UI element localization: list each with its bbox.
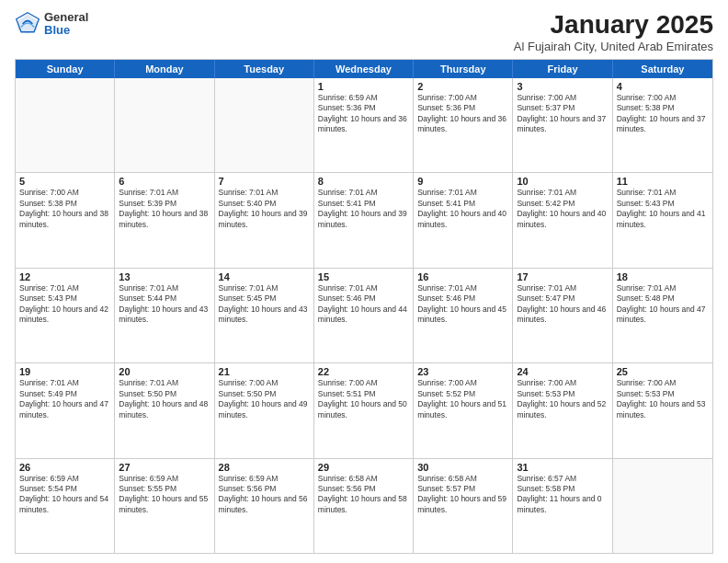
logo-blue: Blue	[44, 24, 88, 37]
day-info: Sunrise: 7:01 AM Sunset: 5:42 PM Dayligh…	[517, 188, 608, 230]
day-info: Sunrise: 7:00 AM Sunset: 5:51 PM Dayligh…	[318, 378, 409, 420]
day-info: Sunrise: 7:00 AM Sunset: 5:53 PM Dayligh…	[517, 378, 608, 420]
calendar-cell: 23Sunrise: 7:00 AM Sunset: 5:52 PM Dayli…	[414, 363, 513, 457]
day-info: Sunrise: 7:01 AM Sunset: 5:41 PM Dayligh…	[318, 188, 409, 230]
calendar-cell: 8Sunrise: 7:01 AM Sunset: 5:41 PM Daylig…	[314, 173, 414, 267]
day-info: Sunrise: 7:01 AM Sunset: 5:49 PM Dayligh…	[19, 378, 110, 420]
calendar-cell: 25Sunrise: 7:00 AM Sunset: 5:53 PM Dayli…	[613, 363, 712, 457]
calendar-cell: 29Sunrise: 6:58 AM Sunset: 5:56 PM Dayli…	[314, 459, 414, 553]
calendar-week-4: 26Sunrise: 6:59 AM Sunset: 5:54 PM Dayli…	[16, 458, 712, 553]
header-day-saturday: Saturday	[613, 60, 712, 78]
calendar-cell: 9Sunrise: 7:01 AM Sunset: 5:41 PM Daylig…	[414, 173, 513, 267]
day-number: 26	[19, 462, 110, 473]
calendar-body: 1Sunrise: 6:59 AM Sunset: 5:36 PM Daylig…	[16, 78, 712, 553]
day-info: Sunrise: 7:01 AM Sunset: 5:43 PM Dayligh…	[19, 283, 110, 326]
title-location: Al Fujairah City, United Arab Emirates	[514, 40, 713, 53]
day-info: Sunrise: 6:59 AM Sunset: 5:36 PM Dayligh…	[318, 93, 409, 135]
calendar-week-3: 19Sunrise: 7:01 AM Sunset: 5:49 PM Dayli…	[16, 362, 712, 457]
header-day-tuesday: Tuesday	[215, 60, 314, 78]
day-number: 17	[517, 271, 608, 282]
calendar-cell	[215, 78, 314, 172]
day-number: 2	[417, 81, 508, 92]
day-info: Sunrise: 7:01 AM Sunset: 5:46 PM Dayligh…	[417, 283, 508, 326]
calendar-cell: 15Sunrise: 7:01 AM Sunset: 5:46 PM Dayli…	[314, 269, 414, 362]
calendar-cell: 3Sunrise: 7:00 AM Sunset: 5:37 PM Daylig…	[513, 78, 612, 172]
calendar-cell: 12Sunrise: 7:01 AM Sunset: 5:43 PM Dayli…	[16, 269, 115, 362]
header-day-wednesday: Wednesday	[314, 60, 414, 78]
calendar-cell: 1Sunrise: 6:59 AM Sunset: 5:36 PM Daylig…	[314, 78, 414, 172]
calendar-cell: 24Sunrise: 7:00 AM Sunset: 5:53 PM Dayli…	[513, 363, 612, 457]
calendar-cell: 31Sunrise: 6:57 AM Sunset: 5:58 PM Dayli…	[513, 459, 612, 553]
day-number: 27	[119, 462, 210, 473]
day-number: 25	[617, 366, 709, 377]
calendar-cell: 16Sunrise: 7:01 AM Sunset: 5:46 PM Dayli…	[414, 269, 513, 362]
calendar-cell: 19Sunrise: 7:01 AM Sunset: 5:49 PM Dayli…	[16, 363, 115, 457]
day-number: 28	[219, 462, 310, 473]
calendar-cell: 13Sunrise: 7:01 AM Sunset: 5:44 PM Dayli…	[115, 269, 214, 362]
header-day-thursday: Thursday	[414, 60, 513, 78]
day-info: Sunrise: 7:00 AM Sunset: 5:53 PM Dayligh…	[617, 378, 709, 420]
day-number: 15	[318, 271, 409, 282]
day-number: 10	[517, 176, 608, 187]
calendar-week-2: 12Sunrise: 7:01 AM Sunset: 5:43 PM Dayli…	[16, 268, 712, 362]
calendar-cell: 27Sunrise: 6:59 AM Sunset: 5:55 PM Dayli…	[115, 459, 214, 553]
day-info: Sunrise: 7:00 AM Sunset: 5:52 PM Dayligh…	[417, 378, 508, 420]
calendar-cell: 18Sunrise: 7:01 AM Sunset: 5:48 PM Dayli…	[613, 269, 712, 362]
day-number: 21	[219, 366, 310, 377]
day-info: Sunrise: 6:59 AM Sunset: 5:54 PM Dayligh…	[19, 474, 110, 516]
header-day-sunday: Sunday	[16, 60, 115, 78]
calendar-cell: 28Sunrise: 6:59 AM Sunset: 5:56 PM Dayli…	[215, 459, 314, 553]
day-info: Sunrise: 7:00 AM Sunset: 5:37 PM Dayligh…	[517, 93, 608, 135]
day-number: 11	[617, 176, 709, 187]
day-info: Sunrise: 7:00 AM Sunset: 5:38 PM Dayligh…	[617, 93, 709, 135]
logo-general: General	[44, 11, 88, 24]
calendar-cell: 11Sunrise: 7:01 AM Sunset: 5:43 PM Dayli…	[613, 173, 712, 267]
logo-text: General Blue	[44, 11, 88, 38]
day-number: 1	[318, 81, 409, 92]
page-header: General Blue January 2025 Al Fujairah Ci…	[15, 11, 713, 53]
title-month: January 2025	[514, 11, 713, 40]
day-number: 23	[417, 366, 508, 377]
day-number: 14	[219, 271, 310, 282]
calendar-cell: 20Sunrise: 7:01 AM Sunset: 5:50 PM Dayli…	[115, 363, 214, 457]
calendar-cell: 10Sunrise: 7:01 AM Sunset: 5:42 PM Dayli…	[513, 173, 612, 267]
day-info: Sunrise: 7:00 AM Sunset: 5:38 PM Dayligh…	[19, 188, 110, 230]
calendar-cell: 7Sunrise: 7:01 AM Sunset: 5:40 PM Daylig…	[215, 173, 314, 267]
calendar-cell: 17Sunrise: 7:01 AM Sunset: 5:47 PM Dayli…	[513, 269, 612, 362]
day-number: 9	[417, 176, 508, 187]
day-number: 5	[19, 176, 110, 187]
day-info: Sunrise: 7:01 AM Sunset: 5:48 PM Dayligh…	[617, 283, 709, 326]
calendar-cell: 6Sunrise: 7:01 AM Sunset: 5:39 PM Daylig…	[115, 173, 214, 267]
day-number: 18	[617, 271, 709, 282]
day-number: 13	[119, 271, 210, 282]
day-info: Sunrise: 7:01 AM Sunset: 5:47 PM Dayligh…	[517, 283, 608, 326]
day-number: 3	[517, 81, 608, 92]
day-info: Sunrise: 7:01 AM Sunset: 5:44 PM Dayligh…	[119, 283, 210, 326]
calendar-cell: 4Sunrise: 7:00 AM Sunset: 5:38 PM Daylig…	[613, 78, 712, 172]
calendar-cell: 5Sunrise: 7:00 AM Sunset: 5:38 PM Daylig…	[16, 173, 115, 267]
day-number: 8	[318, 176, 409, 187]
day-number: 19	[19, 366, 110, 377]
title-block: January 2025 Al Fujairah City, United Ar…	[514, 11, 713, 53]
day-info: Sunrise: 6:58 AM Sunset: 5:57 PM Dayligh…	[417, 474, 508, 516]
day-info: Sunrise: 7:01 AM Sunset: 5:39 PM Dayligh…	[119, 188, 210, 230]
calendar-cell: 21Sunrise: 7:00 AM Sunset: 5:50 PM Dayli…	[215, 363, 314, 457]
header-day-friday: Friday	[513, 60, 612, 78]
calendar-cell	[16, 78, 115, 172]
day-info: Sunrise: 7:01 AM Sunset: 5:43 PM Dayligh…	[617, 188, 709, 230]
calendar-cell: 14Sunrise: 7:01 AM Sunset: 5:45 PM Dayli…	[215, 269, 314, 362]
calendar-cell	[115, 78, 214, 172]
day-number: 24	[517, 366, 608, 377]
calendar-cell: 30Sunrise: 6:58 AM Sunset: 5:57 PM Dayli…	[414, 459, 513, 553]
day-info: Sunrise: 6:59 AM Sunset: 5:55 PM Dayligh…	[119, 474, 210, 516]
day-number: 20	[119, 366, 210, 377]
day-info: Sunrise: 7:01 AM Sunset: 5:40 PM Dayligh…	[219, 188, 310, 230]
day-info: Sunrise: 7:01 AM Sunset: 5:41 PM Dayligh…	[417, 188, 508, 230]
day-info: Sunrise: 7:01 AM Sunset: 5:50 PM Dayligh…	[119, 378, 210, 420]
day-number: 4	[617, 81, 709, 92]
day-info: Sunrise: 7:00 AM Sunset: 5:36 PM Dayligh…	[417, 93, 508, 135]
day-info: Sunrise: 7:00 AM Sunset: 5:50 PM Dayligh…	[219, 378, 310, 420]
day-number: 16	[417, 271, 508, 282]
logo: General Blue	[15, 11, 88, 38]
day-info: Sunrise: 6:58 AM Sunset: 5:56 PM Dayligh…	[318, 474, 409, 516]
